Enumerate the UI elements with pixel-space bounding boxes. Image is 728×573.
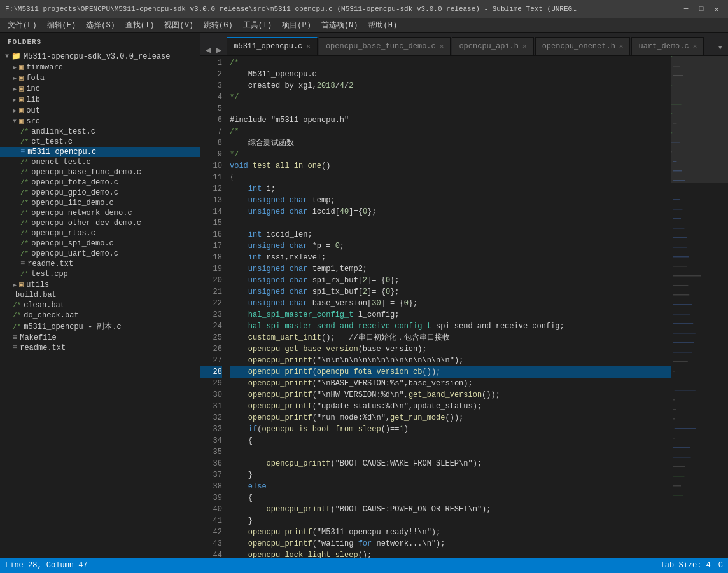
sidebar-item-6[interactable]: /*andlink_test.c [0, 127, 200, 137]
tab-size[interactable]: Tab Size: 4 [661, 561, 711, 570]
code-line-38[interactable]: else [230, 481, 671, 492]
sidebar-item-8[interactable]: ≡m5311_opencpu.c [0, 147, 200, 157]
code-line-11[interactable]: { [230, 172, 671, 183]
code-line-7[interactable]: /* [230, 126, 671, 137]
code-line-31[interactable]: opencpu_printf("update status:%d\n",upda… [230, 401, 671, 412]
code-line-4[interactable]: */ [230, 92, 671, 103]
sidebar-item-17[interactable]: /*opencpu_spi_demo.c [0, 238, 200, 249]
sidebar-item-15[interactable]: /*opencpu_other_dev_demo.c [0, 218, 200, 228]
code-line-34[interactable]: { [230, 435, 671, 446]
code-line-1[interactable]: /* [230, 57, 671, 69]
tab-close-1[interactable]: ✕ [440, 42, 444, 50]
tab-close-4[interactable]: ✕ [693, 42, 697, 50]
sidebar-item-26[interactable]: ≡Makefile [0, 333, 200, 343]
menu-item-首选项[interactable]: 首选项(N) [316, 18, 363, 32]
code-line-25[interactable]: custom_uart_init(); //串口初始化，包含串口接收 [230, 332, 671, 343]
sidebar-item-3[interactable]: ▶▣lib [0, 94, 200, 105]
menu-item-编辑[interactable]: 编辑(E) [42, 18, 81, 32]
code-line-37[interactable]: } [230, 469, 671, 481]
sidebar-item-9[interactable]: /*onenet_test.c [0, 157, 200, 167]
code-line-26[interactable]: opencpu_get_base_version(base_version); [230, 343, 671, 355]
code-line-14[interactable]: unsigned char iccid[40]={0}; [230, 206, 671, 217]
minimize-button[interactable]: ─ [680, 3, 692, 15]
code-line-39[interactable]: { [230, 492, 671, 504]
code-line-28[interactable]: opencpu_printf(opencpu_fota_version_cb()… [230, 366, 671, 378]
sidebar-item-7[interactable]: /*ct_test.c [0, 137, 200, 147]
code-line-13[interactable]: unsigned char temp; [230, 195, 671, 206]
code-line-29[interactable]: opencpu_printf("\nBASE_VERSION:%s",base_… [230, 378, 671, 389]
code-line-22[interactable]: unsigned char base_version[30] = {0}; [230, 298, 671, 309]
sidebar-item-20[interactable]: /*test.cpp [0, 269, 200, 279]
sidebar-item-16[interactable]: /*opencpu_rtos.c [0, 228, 200, 238]
code-editor[interactable]: /* M5311_opencpu.c created by xgl,2018/4… [227, 56, 671, 558]
tab-3[interactable]: opencpu_onenet.h✕ [535, 37, 631, 55]
code-line-21[interactable]: unsigned char spi_tx_buf[2]= {0}; [230, 286, 671, 298]
code-line-27[interactable]: opencpu_printf("\n\n\n\n\n\n\n\n\n\n\n\n… [230, 355, 671, 366]
menu-item-跳转[interactable]: 跳转(G) [199, 18, 238, 32]
sidebar-item-23[interactable]: /*clean.bat [0, 300, 200, 310]
code-line-30[interactable]: opencpu_printf("\nHW VERSION:%d\n",get_b… [230, 389, 671, 401]
tab-close-2[interactable]: ✕ [522, 42, 527, 50]
menu-item-文件[interactable]: 文件(F) [3, 18, 42, 32]
tab-2[interactable]: opencpu_api.h✕ [452, 37, 533, 55]
sidebar-item-1[interactable]: ▶▣fota [0, 72, 200, 83]
code-line-32[interactable]: opencpu_printf("run mode:%d\n",get_run_m… [230, 412, 671, 424]
code-line-41[interactable]: } [230, 515, 671, 527]
code-line-8[interactable]: 综合测试函数 [230, 137, 671, 149]
sidebar-item-0[interactable]: ▶▣firmware [0, 62, 200, 72]
tab-0[interactable]: m5311_opencpu.c✕ [227, 37, 318, 55]
code-line-17[interactable]: unsigned char *p = 0; [230, 240, 671, 252]
code-line-18[interactable]: int rssi,rxlevel; [230, 252, 671, 263]
tab-close-0[interactable]: ✕ [306, 42, 311, 50]
sidebar-item-24[interactable]: /*do_check.bat [0, 310, 200, 321]
sidebar-item-10[interactable]: /*opencpu_base_func_demo.c [0, 167, 200, 177]
sidebar-item-4[interactable]: ▶▣out [0, 105, 200, 116]
code-line-2[interactable]: M5311_opencpu.c [230, 69, 671, 80]
menu-item-视图[interactable]: 视图(V) [159, 18, 199, 32]
sidebar-item-25[interactable]: /*m5311_opencpu - 副本.c [0, 321, 200, 333]
close-button[interactable]: ✕ [710, 3, 723, 15]
code-line-42[interactable]: opencpu_printf("M5311 opencpu ready!!\n"… [230, 527, 671, 538]
code-line-33[interactable]: if(opencpu_is_boot_from_sleep()==1) [230, 424, 671, 435]
code-line-9[interactable]: */ [230, 149, 671, 160]
sidebar-item-18[interactable]: /*opencpu_uart_demo.c [0, 249, 200, 259]
code-line-15[interactable] [230, 217, 671, 229]
code-line-10[interactable]: void test_all_in_one() [230, 160, 671, 172]
sidebar-item-22[interactable]: build.bat [0, 290, 200, 300]
menu-item-查找[interactable]: 查找(I) [120, 18, 160, 32]
sidebar-root-folder[interactable]: ▼📁M5311-opencpu-sdk_v3.0.0_release [0, 51, 200, 62]
tab-close-3[interactable]: ✕ [619, 42, 624, 50]
sidebar-item-19[interactable]: ≡readme.txt [0, 259, 200, 269]
code-line-16[interactable]: int iccid_len; [230, 229, 671, 240]
sidebar-item-13[interactable]: /*opencpu_iic_demo.c [0, 198, 200, 208]
sidebar-item-11[interactable]: /*opencpu_fota_demo.c [0, 177, 200, 188]
code-line-43[interactable]: opencpu_printf("waiting for network...\n… [230, 538, 671, 549]
menu-item-项目[interactable]: 项目(P) [277, 18, 316, 32]
code-line-23[interactable]: hal_spi_master_config_t l_config; [230, 309, 671, 321]
code-line-5[interactable] [230, 103, 671, 114]
maximize-button[interactable]: □ [695, 3, 708, 15]
code-line-35[interactable] [230, 446, 671, 458]
tab-4[interactable]: uart_demo.c✕ [631, 37, 704, 55]
code-line-40[interactable]: opencpu_printf("BOOT CAUSE:POWER_ON OR R… [230, 504, 671, 515]
tab-overflow-button[interactable]: ▾ [713, 39, 728, 55]
code-line-12[interactable]: int i; [230, 183, 671, 195]
nav-arrows[interactable]: ◀ ▶ [200, 45, 227, 55]
code-line-44[interactable]: opencpu_lock_light_sleep(); [230, 549, 671, 558]
language-mode[interactable]: C [718, 561, 723, 570]
code-line-36[interactable]: opencpu_printf("BOOT CAUSE:WAKE FROM SLE… [230, 458, 671, 469]
sidebar-item-5[interactable]: ▼▣src [0, 116, 200, 127]
sidebar-item-2[interactable]: ▶▣inc [0, 83, 200, 94]
code-line-6[interactable]: #include "m5311_opencpu.h" [230, 114, 671, 126]
menu-item-工具[interactable]: 工具(T) [238, 18, 277, 32]
sidebar-item-14[interactable]: /*opencpu_network_demo.c [0, 208, 200, 218]
code-line-3[interactable]: created by xgl,2018/4/2 [230, 80, 671, 92]
code-line-19[interactable]: unsigned char temp1,temp2; [230, 263, 671, 275]
sidebar-item-21[interactable]: ▶▣utils [0, 279, 200, 290]
menu-item-选择[interactable]: 选择(S) [81, 18, 120, 32]
sidebar-item-12[interactable]: /*opencpu_gpio_demo.c [0, 188, 200, 198]
tab-1[interactable]: opencpu_base_func_demo.c✕ [319, 37, 451, 55]
code-line-20[interactable]: unsigned char spi_rx_buf[2]= {0}; [230, 275, 671, 286]
code-line-24[interactable]: hal_spi_master_send_and_receive_config_t… [230, 321, 671, 332]
menu-item-帮助[interactable]: 帮助(H) [363, 18, 402, 32]
